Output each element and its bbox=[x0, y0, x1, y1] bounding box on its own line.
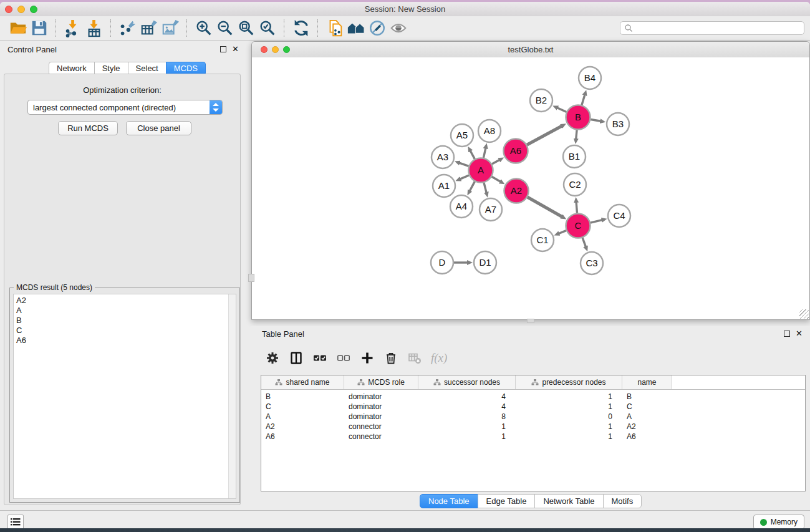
add-column-icon[interactable] bbox=[360, 351, 375, 365]
graph-node-A2[interactable]: A2 bbox=[504, 179, 529, 203]
edge-A-A5[interactable] bbox=[470, 151, 475, 159]
table-row[interactable]: Adominator80A bbox=[261, 412, 805, 422]
zoom-out-icon[interactable] bbox=[215, 18, 236, 38]
graph-node-A5[interactable]: A5 bbox=[451, 124, 473, 147]
column-header-successor-nodes[interactable]: successor nodes bbox=[418, 375, 516, 389]
table-row[interactable]: Bdominator41B bbox=[261, 392, 805, 402]
task-history-button[interactable] bbox=[7, 515, 24, 528]
export-network-icon[interactable] bbox=[117, 18, 138, 38]
table-cell: dominator bbox=[344, 402, 418, 411]
edge-A-A2[interactable] bbox=[492, 177, 501, 181]
graph-node-C1[interactable]: C1 bbox=[531, 229, 554, 251]
tab-node-table[interactable]: Node Table bbox=[420, 494, 478, 508]
network-window-titlebar[interactable]: testGlobe.txt bbox=[252, 42, 809, 58]
edge-B-B2[interactable] bbox=[557, 108, 567, 112]
clone-network-icon[interactable] bbox=[324, 18, 345, 38]
refresh-layout-icon[interactable] bbox=[291, 18, 312, 38]
table-row[interactable]: A2connector11A2 bbox=[261, 422, 805, 432]
column-header-shared-name[interactable]: shared name bbox=[261, 375, 344, 389]
tab-network-table[interactable]: Network Table bbox=[534, 494, 603, 508]
window-resize-grip[interactable] bbox=[799, 309, 809, 319]
close-panel-button[interactable]: Close panel bbox=[126, 121, 191, 135]
edge-A-A3[interactable] bbox=[460, 163, 469, 166]
edge-A2-C[interactable] bbox=[528, 197, 562, 216]
column-header-predecessor-nodes[interactable]: predecessor nodes bbox=[516, 375, 622, 389]
table-row[interactable]: A6connector11A6 bbox=[261, 432, 805, 442]
edge-A-A7[interactable] bbox=[484, 183, 486, 193]
tab-edge-table[interactable]: Edge Table bbox=[478, 494, 536, 508]
toggle-columns-icon[interactable] bbox=[289, 351, 304, 365]
graph-node-A[interactable]: A bbox=[469, 158, 493, 183]
home-icon[interactable] bbox=[345, 18, 367, 38]
edge-B-B4[interactable] bbox=[582, 95, 585, 105]
deselect-all-rows-icon[interactable] bbox=[336, 351, 351, 365]
float-panel-icon[interactable] bbox=[220, 46, 226, 52]
edge-A-A8[interactable] bbox=[483, 148, 486, 158]
open-file-icon[interactable] bbox=[7, 18, 29, 38]
graph-node-D1[interactable]: D1 bbox=[474, 251, 496, 274]
column-header-MCDS-role[interactable]: MCDS role bbox=[344, 375, 418, 389]
column-header-name[interactable]: name bbox=[622, 375, 672, 389]
graph-node-A6[interactable]: A6 bbox=[504, 139, 528, 163]
hide-graphics-icon[interactable] bbox=[367, 18, 388, 38]
table-row[interactable]: Cdominator41C bbox=[261, 402, 805, 412]
horizontal-splitter-handle[interactable] bbox=[527, 319, 534, 323]
graph-node-C4[interactable]: C4 bbox=[608, 205, 630, 227]
tab-motifs[interactable]: Motifs bbox=[603, 494, 642, 508]
network-canvas[interactable]: B4B2BB3A8A5A6A3B1AA1C2A2A4A7C4CC1C3DD1 bbox=[252, 57, 809, 319]
dropdown-stepper-icon[interactable] bbox=[210, 100, 222, 114]
graph-node-B4[interactable]: B4 bbox=[579, 67, 601, 89]
optimization-criterion-select[interactable]: largest connected component (directed) bbox=[27, 100, 223, 115]
graph-node-A7[interactable]: A7 bbox=[480, 198, 502, 221]
search-input[interactable] bbox=[633, 22, 804, 34]
save-session-icon[interactable] bbox=[29, 18, 50, 38]
graph-node-C3[interactable]: C3 bbox=[581, 252, 603, 274]
edge-A-A1[interactable] bbox=[460, 175, 469, 179]
import-table-icon[interactable] bbox=[84, 18, 105, 38]
table-cell: 1 bbox=[516, 402, 622, 411]
export-image-icon[interactable] bbox=[160, 18, 181, 38]
close-table-panel-icon[interactable]: ✕ bbox=[796, 330, 803, 337]
result-list-scrollbar[interactable] bbox=[228, 294, 236, 498]
edge-C-C4[interactable] bbox=[591, 220, 602, 223]
edge-B-B3[interactable] bbox=[591, 120, 600, 122]
edge-B-B1[interactable] bbox=[576, 130, 577, 139]
zoom-in-icon[interactable] bbox=[193, 18, 215, 38]
delete-column-icon[interactable] bbox=[383, 351, 398, 365]
edge-C-C1[interactable] bbox=[559, 231, 566, 234]
graph-node-B1[interactable]: B1 bbox=[563, 145, 586, 168]
search-box[interactable] bbox=[620, 21, 804, 35]
graph-node-C2[interactable]: C2 bbox=[564, 173, 586, 196]
export-table-icon[interactable] bbox=[138, 18, 160, 38]
memory-button[interactable]: Memory bbox=[753, 515, 804, 528]
import-network-icon[interactable] bbox=[62, 18, 84, 38]
result-item[interactable]: A2 bbox=[14, 296, 236, 306]
result-item[interactable]: A bbox=[14, 306, 236, 316]
graph-node-A1[interactable]: A1 bbox=[433, 175, 455, 197]
run-mcds-button[interactable]: Run MCDS bbox=[58, 121, 118, 135]
edge-C-C2[interactable] bbox=[576, 202, 577, 213]
float-table-panel-icon[interactable] bbox=[784, 331, 790, 337]
zoom-fit-icon[interactable] bbox=[236, 18, 257, 38]
graph-node-C[interactable]: C bbox=[566, 214, 591, 238]
table-settings-icon[interactable] bbox=[265, 351, 280, 365]
graph-node-B[interactable]: B bbox=[566, 105, 591, 130]
select-all-rows-icon[interactable] bbox=[312, 351, 327, 365]
graph-node-B3[interactable]: B3 bbox=[607, 113, 629, 135]
graph-node-D[interactable]: D bbox=[431, 251, 453, 274]
edge-A6-B[interactable] bbox=[527, 126, 562, 145]
close-panel-icon[interactable]: ✕ bbox=[232, 46, 239, 53]
graph-node-A4[interactable]: A4 bbox=[450, 195, 473, 218]
eye-icon[interactable] bbox=[388, 18, 409, 38]
edge-C-C3[interactable] bbox=[582, 238, 586, 247]
result-item[interactable]: B bbox=[14, 316, 236, 326]
edge-A-A4[interactable] bbox=[470, 181, 475, 191]
result-item[interactable]: A6 bbox=[14, 336, 236, 346]
graph-node-A8[interactable]: A8 bbox=[478, 120, 501, 142]
edge-A-A6[interactable] bbox=[492, 160, 499, 164]
graph-node-A3[interactable]: A3 bbox=[432, 146, 454, 168]
graph-node-B2[interactable]: B2 bbox=[530, 89, 552, 112]
result-item[interactable]: C bbox=[14, 326, 236, 336]
zoom-selected-icon[interactable] bbox=[257, 18, 278, 38]
splitter-handle-icon[interactable] bbox=[248, 274, 254, 282]
